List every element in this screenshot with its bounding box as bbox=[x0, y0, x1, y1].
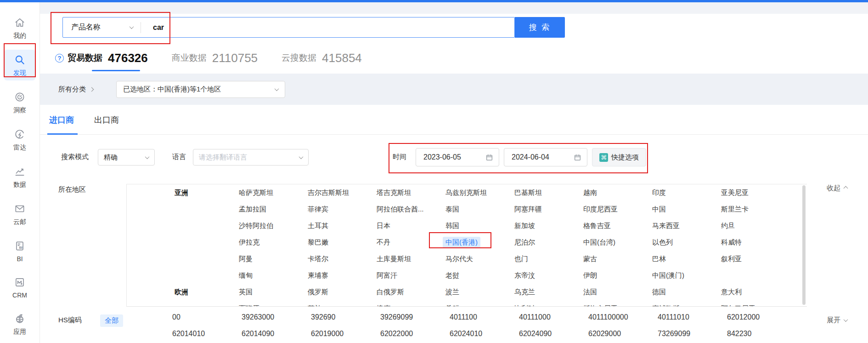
region-option[interactable]: 卡塔尔 bbox=[305, 255, 374, 263]
search-field-selector[interactable]: 产品名称 bbox=[63, 17, 141, 37]
region-option[interactable]: 巴基斯坦 bbox=[512, 189, 581, 197]
region-option[interactable]: 印度尼西亚 bbox=[581, 205, 649, 214]
hs-code-option[interactable]: 40111000 bbox=[519, 313, 588, 321]
region-option[interactable]: 意大利 bbox=[718, 288, 787, 297]
tab-exporters[interactable]: 出口商 bbox=[94, 114, 119, 126]
region-option[interactable]: 法国 bbox=[581, 288, 649, 297]
sidebar-item-insight[interactable]: 洞察 bbox=[4, 87, 35, 118]
region-option[interactable]: 西班牙 bbox=[236, 304, 305, 307]
region-option[interactable]: 斯里兰卡 bbox=[718, 205, 787, 214]
collapse-link[interactable]: 收起 bbox=[827, 184, 847, 193]
hs-code-option[interactable]: 392690 bbox=[311, 313, 380, 321]
region-option[interactable]: 菲律宾 bbox=[305, 205, 374, 214]
region-option[interactable]: 阿曼 bbox=[236, 255, 305, 263]
region-option[interactable]: 东帝汶 bbox=[512, 271, 581, 280]
breadcrumb-all-categories[interactable]: 所有分类 bbox=[58, 74, 93, 105]
tab-cloud-search-data[interactable]: 云搜数据 415854 bbox=[282, 51, 362, 65]
region-option[interactable]: 土耳其 bbox=[305, 222, 374, 230]
quick-options-button[interactable]: ⌘ 快捷选项 bbox=[592, 148, 646, 166]
region-option[interactable]: 中国(台湾) bbox=[581, 238, 649, 247]
region-option[interactable]: 德国 bbox=[649, 288, 718, 297]
region-scrollbar[interactable] bbox=[802, 185, 806, 305]
region-option[interactable]: 捷克 bbox=[374, 304, 443, 307]
region-option[interactable]: 也门 bbox=[512, 255, 581, 263]
region-option[interactable]: 阿尔巴尼亚 bbox=[718, 304, 787, 307]
hs-code-option[interactable]: 842230 bbox=[727, 330, 796, 338]
region-option[interactable]: 印度 bbox=[649, 189, 718, 197]
region-option[interactable]: 沙特阿拉伯 bbox=[236, 222, 305, 230]
sidebar-item-crm[interactable]: CRM bbox=[4, 272, 35, 302]
region-option[interactable]: 伊拉克 bbox=[236, 238, 305, 247]
region-option[interactable]: 新加坡 bbox=[512, 222, 581, 230]
hs-code-option[interactable]: 40111010 bbox=[658, 313, 727, 321]
region-option[interactable]: 叙利亚 bbox=[718, 255, 787, 263]
region-option[interactable]: 马来西亚 bbox=[649, 222, 718, 230]
region-option[interactable]: 韩国 bbox=[443, 222, 512, 230]
region-option[interactable]: 俄罗斯 bbox=[305, 288, 374, 297]
region-option[interactable]: 波兰 bbox=[443, 288, 512, 297]
hs-code-option[interactable]: 00 bbox=[172, 313, 242, 321]
region-option[interactable]: 吉尔吉斯斯坦 bbox=[305, 189, 374, 197]
region-option[interactable]: 缅甸 bbox=[236, 271, 305, 280]
date-to-input[interactable]: 2024-06-04 bbox=[504, 148, 587, 166]
region-option[interactable]: 老挝 bbox=[443, 271, 512, 280]
sidebar-item-mine[interactable]: 我的 bbox=[4, 12, 35, 43]
region-option[interactable]: 荷兰 bbox=[305, 304, 374, 307]
sidebar-item-discover[interactable]: 发现 bbox=[4, 50, 35, 80]
region-option[interactable]: 塞浦路斯 bbox=[649, 304, 718, 307]
region-option[interactable]: 白俄罗斯 bbox=[374, 288, 443, 297]
region-option[interactable]: 哈萨克斯坦 bbox=[236, 189, 305, 197]
region-option[interactable]: 黎巴嫩 bbox=[305, 238, 374, 247]
hs-all-chip[interactable]: 全部 bbox=[100, 314, 123, 327]
hs-code-option[interactable]: 62019000 bbox=[311, 330, 380, 338]
region-option[interactable]: 尼泊尔 bbox=[512, 238, 581, 247]
sidebar-item-radar[interactable]: 雷达 bbox=[4, 124, 35, 155]
region-option[interactable]: 斯洛文尼亚 bbox=[581, 304, 649, 307]
region-option[interactable]: 乌兹别克斯坦 bbox=[443, 189, 512, 197]
language-select[interactable]: 请选择翻译语言 bbox=[193, 149, 309, 166]
region-option[interactable]: 比利时 bbox=[512, 304, 581, 307]
region-option[interactable]: 巴林 bbox=[649, 255, 718, 263]
hs-code-option[interactable]: 62024090 bbox=[519, 330, 588, 338]
region-option[interactable]: 孟加拉国 bbox=[236, 205, 305, 214]
hs-code-option[interactable]: 62024010 bbox=[450, 330, 519, 338]
region-option[interactable]: 以色列 bbox=[649, 238, 718, 247]
region-option[interactable]: 阿富汗 bbox=[374, 271, 443, 280]
hs-code-option[interactable]: 62014010 bbox=[172, 330, 242, 338]
sidebar-item-cloudmail[interactable]: 云邮 bbox=[4, 199, 35, 229]
region-option[interactable]: 乌克兰 bbox=[512, 288, 581, 297]
expand-link[interactable]: 展开 bbox=[827, 316, 847, 325]
region-option[interactable]: 土库曼斯坦 bbox=[374, 255, 443, 263]
search-button[interactable]: 搜 索 bbox=[515, 17, 565, 38]
region-option[interactable]: 柬埔寨 bbox=[305, 271, 374, 280]
sidebar-item-apps[interactable]: 应用 bbox=[4, 309, 35, 339]
sidebar-item-bi[interactable]: BI BI bbox=[4, 236, 35, 266]
tab-importers[interactable]: 进口商 bbox=[49, 114, 74, 126]
hs-code-option[interactable]: 39269099 bbox=[380, 313, 450, 321]
search-mode-select[interactable]: 精确 bbox=[98, 149, 155, 166]
region-option[interactable]: 塔吉克斯坦 bbox=[374, 189, 443, 197]
region-option[interactable]: 泰国 bbox=[443, 205, 512, 214]
region-option[interactable]: 中国(香港) bbox=[443, 238, 512, 247]
region-option[interactable]: 阿拉伯联合酋... bbox=[374, 205, 443, 214]
region-option[interactable]: 约旦 bbox=[718, 222, 787, 230]
hs-code-option[interactable]: 62012000 bbox=[727, 313, 796, 321]
region-option[interactable]: 格鲁吉亚 bbox=[581, 222, 649, 230]
region-option[interactable]: 日本 bbox=[374, 222, 443, 230]
hs-code-option[interactable]: 4011100000 bbox=[588, 313, 658, 321]
selected-region-dropdown[interactable]: 已选地区：中国(香港)等1个地区 bbox=[116, 81, 285, 98]
hs-code-option[interactable]: 4011100 bbox=[450, 313, 519, 321]
region-option[interactable]: 科威特 bbox=[718, 238, 787, 247]
hs-code-option[interactable]: 62022000 bbox=[380, 330, 450, 338]
hs-code-option[interactable]: 73269099 bbox=[658, 330, 727, 338]
region-option[interactable]: 蒙古 bbox=[581, 255, 649, 263]
tab-business-data[interactable]: 商业数据 2110755 bbox=[172, 51, 258, 65]
region-option[interactable]: 伊朗 bbox=[581, 271, 649, 280]
region-option[interactable]: 越南 bbox=[581, 189, 649, 197]
region-option[interactable]: 希腊 bbox=[443, 304, 512, 307]
sidebar-item-data[interactable]: 数据 bbox=[4, 161, 35, 192]
region-option[interactable]: 阿塞拜疆 bbox=[512, 205, 581, 214]
region-option[interactable]: 马尔代夫 bbox=[443, 255, 512, 263]
date-from-input[interactable]: 2023-06-05 bbox=[416, 148, 499, 166]
hs-code-option[interactable]: 62029000 bbox=[588, 330, 658, 338]
